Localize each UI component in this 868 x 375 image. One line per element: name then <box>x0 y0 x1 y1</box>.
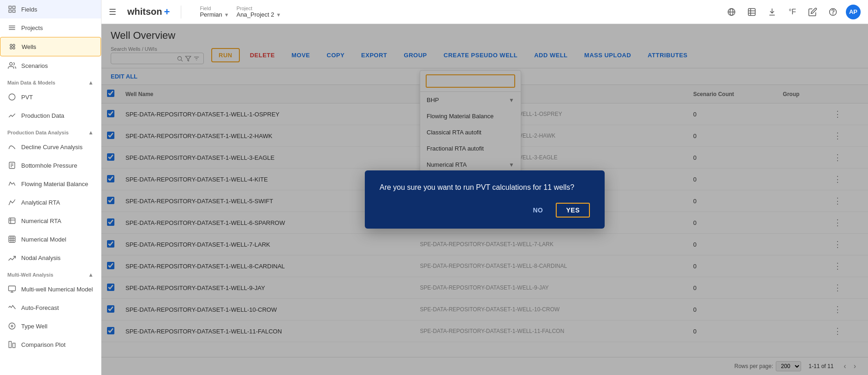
project-label: Project <box>237 6 281 11</box>
flowing-material-icon <box>7 179 17 188</box>
production-analysis-chevron: ▲ <box>88 129 94 136</box>
main-content: ☰ whitson+ Field Permian ▼ Project Ana_P… <box>101 0 868 375</box>
sidebar-item-comparison-plot[interactable]: Comparison Plot <box>0 335 101 354</box>
topbar-right: °F AP <box>724 5 861 19</box>
nodal-analysis-icon <box>7 253 17 262</box>
svg-point-6 <box>10 47 12 49</box>
field-chevron-icon: ▼ <box>224 12 229 18</box>
temperature-icon[interactable]: °F <box>785 5 800 19</box>
sidebar-item-scenarios[interactable]: Scenarios <box>0 56 101 75</box>
sidebar-item-decline-curve[interactable]: Decline Curve Analysis <box>0 138 101 156</box>
sidebar-item-pvt[interactable]: PVT <box>0 88 101 106</box>
sidebar-item-label: Decline Curve Analysis <box>21 144 83 151</box>
bottomhole-icon <box>7 161 17 170</box>
fields-icon <box>7 5 17 14</box>
download-icon[interactable] <box>765 5 779 19</box>
svg-rect-33 <box>749 8 755 15</box>
dialog-yes-button[interactable]: YES <box>556 203 590 218</box>
pvt-icon <box>7 92 17 102</box>
sidebar-item-multi-numerical[interactable]: Multi-well Numerical Model <box>0 280 101 298</box>
svg-point-38 <box>833 13 833 14</box>
sidebar-item-label: PVT <box>21 94 33 101</box>
dialog-buttons: NO YES <box>380 203 590 218</box>
svg-rect-14 <box>9 218 15 224</box>
svg-point-8 <box>10 62 12 65</box>
confirmation-dialog: Are you sure you want to run PVT calcula… <box>365 170 605 229</box>
projects-icon <box>7 23 17 32</box>
svg-point-9 <box>9 94 15 100</box>
sidebar-item-analytical-rta[interactable]: Analytical RTA <box>0 193 101 212</box>
avatar[interactable]: AP <box>846 5 861 19</box>
sidebar-item-wells[interactable]: Wells <box>0 37 101 56</box>
content-area: Well Overview Search Wells / UWIs RUN DE… <box>101 24 868 375</box>
svg-point-4 <box>10 44 12 47</box>
sidebar-item-projects[interactable]: Projects <box>0 18 101 37</box>
sidebar-item-label: Type Well <box>21 323 48 330</box>
sidebar-item-label: Scenarios <box>21 62 48 69</box>
wells-icon <box>8 42 17 51</box>
sidebar-item-label: Flowing Material Balance <box>21 181 88 188</box>
field-project-selector: Field Permian ▼ Project Ana_Project 2 ▼ <box>200 6 281 18</box>
project-selector: Project Ana_Project 2 ▼ <box>237 6 281 18</box>
field-selector: Field Permian ▼ <box>200 6 229 18</box>
sidebar-item-label: Comparison Plot <box>21 341 65 348</box>
sidebar-item-numerical-rta[interactable]: Numerical RTA <box>0 212 101 230</box>
field-dropdown[interactable]: Permian ▼ <box>200 11 229 18</box>
sidebar-item-label: Numerical Model <box>21 236 66 243</box>
svg-rect-0 <box>9 6 11 8</box>
sidebar-item-production-data[interactable]: Production Data <box>0 106 101 125</box>
table-icon[interactable] <box>744 5 759 19</box>
main-data-section-header[interactable]: Main Data & Models ▲ <box>0 75 101 88</box>
numerical-rta-icon <box>7 216 17 225</box>
project-chevron-icon: ▼ <box>276 12 281 18</box>
svg-rect-2 <box>9 10 11 12</box>
multi-numerical-icon <box>7 284 17 294</box>
comparison-plot-icon <box>7 340 17 349</box>
svg-rect-3 <box>13 10 15 12</box>
sidebar-item-fields[interactable]: Fields <box>0 0 101 18</box>
help-icon[interactable] <box>826 5 840 19</box>
sidebar-item-bottomhole[interactable]: Bottomhole Pressure <box>0 156 101 175</box>
svg-point-5 <box>13 44 15 47</box>
svg-rect-1 <box>13 6 15 8</box>
sidebar-item-label: Analytical RTA <box>21 199 60 206</box>
dialog-overlay: Are you sure you want to run PVT calcula… <box>101 24 868 375</box>
topbar: ☰ whitson+ Field Permian ▼ Project Ana_P… <box>101 0 868 24</box>
project-dropdown[interactable]: Ana_Project 2 ▼ <box>237 11 281 18</box>
sidebar-item-label: Numerical RTA <box>21 218 61 224</box>
sidebar: Fields Projects Wells Scenarios Main Dat… <box>0 0 101 375</box>
sidebar-item-numerical-model[interactable]: Numerical Model <box>0 230 101 248</box>
production-analysis-section-header[interactable]: Production Data Analysis ▲ <box>0 125 101 138</box>
numerical-model-icon <box>7 235 17 244</box>
type-well-icon <box>7 321 17 331</box>
sidebar-item-label: Projects <box>21 24 43 31</box>
sidebar-item-label: Nodal Analysis <box>21 254 60 261</box>
analytical-rta-icon <box>7 198 17 207</box>
multi-well-section-header[interactable]: Multi-Well Analysis ▲ <box>0 267 101 280</box>
svg-rect-29 <box>13 343 15 348</box>
multi-well-chevron: ▲ <box>88 272 94 278</box>
sidebar-item-auto-forecast[interactable]: Auto-Forecast <box>0 298 101 317</box>
sidebar-item-label: Wells <box>22 43 36 50</box>
sidebar-item-nodal-analysis[interactable]: Nodal Analysis <box>0 248 101 267</box>
sidebar-item-label: Auto-Forecast <box>21 304 59 311</box>
sidebar-item-label: Bottomhole Pressure <box>21 162 77 169</box>
scenarios-icon <box>7 61 17 70</box>
svg-rect-28 <box>9 341 11 348</box>
production-data-icon <box>7 111 17 120</box>
sidebar-item-type-well[interactable]: Type Well <box>0 317 101 335</box>
dialog-no-button[interactable]: NO <box>527 203 548 218</box>
main-data-chevron: ▲ <box>88 79 94 86</box>
auto-forecast-icon <box>7 303 17 312</box>
decline-curve-icon <box>7 142 17 151</box>
edit-icon[interactable] <box>805 5 820 19</box>
sidebar-item-flowing-material[interactable]: Flowing Material Balance <box>0 175 101 193</box>
sidebar-item-label: Fields <box>21 6 37 13</box>
svg-rect-17 <box>9 236 15 242</box>
globe-icon[interactable] <box>724 5 739 19</box>
sidebar-item-label: Production Data <box>21 112 64 119</box>
svg-point-7 <box>13 47 15 49</box>
divider <box>181 6 181 18</box>
svg-rect-22 <box>9 286 16 291</box>
hamburger-icon[interactable]: ☰ <box>109 7 116 17</box>
